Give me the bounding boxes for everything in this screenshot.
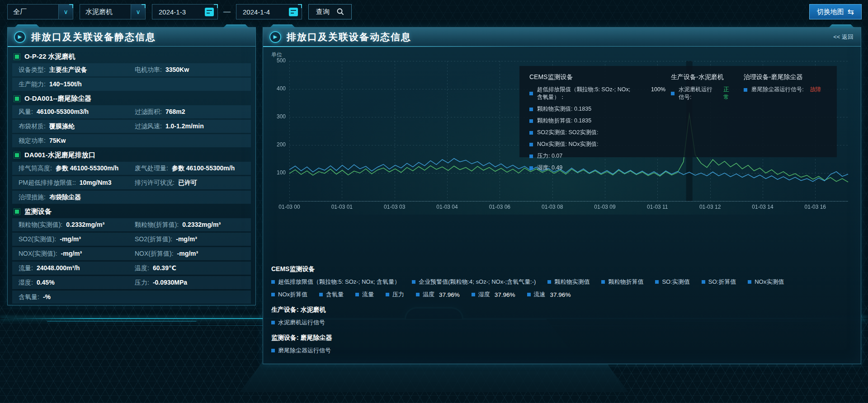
legend-item[interactable]: 流量 [355, 291, 374, 299]
legend-square-icon [527, 293, 531, 296]
chevron-down-icon[interactable]: ∨ [131, 5, 145, 19]
info-row: SO2(实测值):-mg/m³SO2(折算值):-mg/m³ [12, 233, 251, 246]
tooltip-treatment-column: 治理设备-磨尾除尘器 磨尾除尘器运行信号: 故障 [744, 73, 829, 153]
treatment-status: 故障 [810, 86, 821, 94]
legend-row-2: NOx折算值含氧量流量压力温度37.96%湿度37.96%流速37.96% [271, 291, 861, 299]
field-label: 颗粒物(实测值): [19, 221, 62, 229]
field-label: 压力: [135, 279, 149, 287]
tooltip-production-column: 生产设备-水泥磨机 水泥磨机运行信号: 正常 [671, 73, 733, 153]
legend-square-icon [748, 280, 751, 284]
bullet-icon [15, 55, 19, 59]
static-info-title: 排放口及关联设备静态信息 [31, 31, 156, 43]
info-row: PM超低排排放限值::10mg/Nm3排污许可状况:已许可 [12, 176, 251, 189]
legend-item[interactable]: 流速37.96% [527, 291, 571, 299]
legend-square-icon [355, 293, 359, 296]
plant-select-value: 全厂 [13, 8, 27, 16]
field-value: 60.39℃ [153, 264, 176, 272]
calendar-icon[interactable] [205, 8, 214, 16]
field-value: 768m2 [165, 108, 185, 115]
legend-item[interactable]: 超低排放限值（颗拉物:5: SOz-; NOx; 含氧量） [271, 278, 400, 286]
switch-map-button[interactable]: 切换地图 ⇆ [809, 4, 862, 19]
chart-legend: CEMS监测设备 超低排放限值（颗拉物:5: SOz-; NOx; 含氧量）企业… [263, 265, 861, 355]
legend-square-icon [416, 293, 420, 296]
chart-area: 单位 CEMS监测设备 超低排放限值（颗拉物:5: SOz-; NOx; 含氧量… [268, 51, 856, 215]
info-row: 生产能力:140~150t/h [12, 78, 251, 91]
back-link[interactable]: << 返回 [833, 33, 854, 41]
legend-item[interactable]: 含氧量 [319, 291, 344, 299]
field-value: 1.0-1.2m/min [165, 122, 204, 130]
plant-select[interactable]: 全厂 ∨ [7, 4, 73, 19]
production-status: 正常 [723, 86, 733, 101]
field-value: 0.45% [37, 279, 55, 286]
legend-square-icon [601, 280, 605, 284]
legend-item[interactable]: 颗粒物实测值 [547, 278, 590, 286]
bullet-icon [15, 210, 19, 214]
field-value: 参数 46100-55300m/h [172, 164, 235, 173]
dynamic-info-title: 排放口及关联设备动态信息 [287, 31, 411, 43]
chevron-down-icon[interactable]: ∨ [58, 5, 73, 19]
field-label: 治理措施: [19, 193, 46, 202]
legend-square-icon [671, 92, 675, 95]
legend-item[interactable]: 颗粒物折算值 [601, 278, 643, 286]
legend-square-icon [386, 293, 389, 296]
legend-square-icon [744, 88, 747, 92]
legend-item[interactable]: SO:折算值 [702, 278, 736, 286]
info-row: 风量:46100-55300m3/h过滤面积:768m2 [12, 105, 251, 118]
legend-item-production-signal[interactable]: 水泥磨机运行信号 [271, 319, 325, 327]
field-value: 75Kw [49, 137, 66, 144]
legend-item[interactable]: 压力 [386, 291, 404, 299]
legend-production-title: 生产设备: 水泥磨机 [271, 306, 861, 314]
tooltip-cems-column: CEMS监测设备 超低排放限值（颗拉物:5: SOz-; NOx; 含氧量）：1… [529, 73, 665, 153]
tooltip-item: NOx实测值: NOx实测值: [529, 141, 665, 148]
legend-square-icon [529, 155, 533, 158]
treatment-signal-label: 磨尾除尘器运行信号: [751, 86, 804, 94]
section-heading-text: 监测设备 [24, 207, 52, 216]
chart-tooltip: CEMS监测设备 超低排放限值（颗拉物:5: SOz-; NOx; 含氧量）：1… [519, 66, 837, 157]
field-label: 生产能力: [19, 80, 46, 89]
field-label: 额定功率: [19, 137, 46, 145]
legend-item[interactable]: 企业预警值(颗粒物:4; sOz-; NOx-;含氧气量:-) [412, 278, 536, 286]
section-heading: O-P-22 水泥磨机 [12, 50, 251, 63]
device-select[interactable]: 水泥磨机 ∨ [80, 4, 146, 19]
legend-square-icon [529, 108, 533, 111]
legend-square-icon [319, 293, 323, 296]
legend-square-icon [529, 143, 533, 146]
tooltip-item: 颗粒物折算值: 0.1835 [529, 117, 665, 125]
section-heading: O-DA001--磨尾除尘器 [12, 92, 251, 105]
info-row: 湿度:0.45%压力:-0.0930MPa [12, 276, 251, 289]
legend-item-monitor-signal[interactable]: 磨尾除尘器运行信号 [271, 347, 331, 355]
legend-item[interactable]: SO:实测值 [655, 278, 689, 286]
legend-monitor-title: 监测设备: 磨尾除尘器 [271, 334, 861, 342]
legend-square-icon [271, 321, 275, 324]
field-value: -0.0930MPa [153, 279, 187, 286]
end-date-value: 2024-1-4 [243, 8, 270, 16]
legend-item[interactable]: 湿度37.96% [472, 291, 515, 299]
field-label: 电机功率: [135, 66, 162, 74]
tooltip-treatment-item: 磨尾除尘器运行信号: 故障 [744, 86, 829, 94]
field-label: 排气筒高度: [19, 164, 52, 173]
legend-square-icon [271, 293, 275, 296]
field-value: -mg/m³ [60, 235, 81, 243]
legend-item[interactable]: 温度37.96% [416, 291, 460, 299]
legend-item[interactable]: NOx实测值 [748, 278, 784, 286]
field-value: 覆膜涤纶 [49, 122, 75, 131]
device-select-value: 水泥磨机 [85, 8, 113, 16]
switch-map-label: 切换地图 [817, 8, 844, 16]
hud-wing-left [47, 321, 211, 340]
query-button[interactable]: 查询 [308, 4, 352, 19]
topbar: 全厂 ∨ 水泥磨机 ∨ 2024-1-3 — 2024-1-4 查询 切换地图 … [0, 0, 868, 23]
tooltip-item: 颗粒物实测值: 0.1835 [529, 105, 665, 113]
field-value: 已许可 [178, 179, 197, 187]
legend-production-group: 生产设备: 水泥磨机 水泥磨机运行信号 [271, 306, 861, 327]
field-value: 布袋除尘器 [49, 193, 81, 202]
legend-item[interactable]: NOx折算值 [271, 291, 307, 299]
calendar-icon[interactable] [289, 8, 298, 16]
info-row: 设备类型:主要生产设备电机功率:3350Kw [12, 63, 251, 76]
info-row: 治理措施:布袋除尘器 [12, 191, 251, 204]
start-date-input[interactable]: 2024-1-3 [152, 4, 218, 19]
dynamic-info-header: ▶ 排放口及关联设备动态信息 << 返回 [263, 28, 861, 47]
start-date-value: 2024-1-3 [159, 8, 186, 16]
legend-square-icon [529, 131, 533, 135]
end-date-input[interactable]: 2024-1-4 [236, 4, 302, 19]
field-label: 温度: [135, 264, 149, 272]
